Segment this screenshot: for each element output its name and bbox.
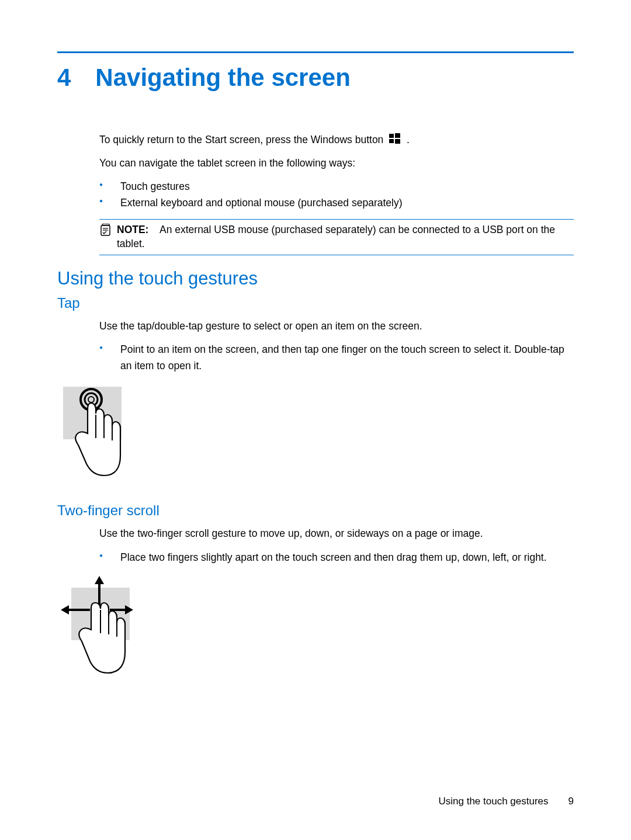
subsection-two-finger-scroll: Two-finger scroll bbox=[57, 502, 574, 519]
intro-p2: You can navigate the tablet screen in th… bbox=[99, 157, 574, 171]
scroll-bullet-wrap: Place two fingers slightly apart on the … bbox=[99, 549, 574, 565]
list-item: External keyboard and optional mouse (pu… bbox=[99, 195, 574, 211]
svg-rect-3 bbox=[395, 139, 400, 144]
footer-text: Using the touch gestures bbox=[438, 796, 548, 807]
svg-rect-1 bbox=[395, 133, 400, 138]
chapter-number: 4 bbox=[57, 64, 71, 92]
tap-illustration bbox=[57, 382, 574, 484]
page-footer: Using the touch gestures 9 bbox=[438, 796, 574, 807]
note-text: NOTE: An external USB mouse (purchased s… bbox=[117, 223, 574, 251]
section-using-touch-gestures: Using the touch gestures bbox=[57, 268, 574, 289]
windows-button-icon bbox=[389, 133, 401, 148]
list-item: Point to an item on the screen, and then… bbox=[99, 341, 574, 374]
svg-rect-0 bbox=[389, 134, 394, 138]
top-rule bbox=[57, 51, 574, 53]
tap-block: Use the tap/double-tap gesture to select… bbox=[99, 320, 574, 334]
note-block: NOTE: An external USB mouse (purchased s… bbox=[99, 219, 574, 255]
svg-marker-18 bbox=[61, 605, 69, 615]
list-item: Place two fingers slightly apart on the … bbox=[99, 549, 574, 565]
subsection-tap: Tap bbox=[57, 295, 574, 311]
note-label: NOTE: bbox=[117, 224, 148, 235]
tap-bullet-wrap: Point to an item on the screen, and then… bbox=[99, 341, 574, 374]
svg-marker-16 bbox=[95, 576, 104, 584]
footer-page-number: 9 bbox=[568, 796, 574, 807]
intro-p1: To quickly return to the Start screen, p… bbox=[99, 133, 574, 148]
svg-rect-2 bbox=[389, 139, 394, 143]
chapter-title: Navigating the screen bbox=[95, 64, 350, 92]
scroll-p1: Use the two-finger scroll gesture to mov… bbox=[99, 527, 574, 541]
intro-block: To quickly return to the Start screen, p… bbox=[99, 133, 574, 255]
intro-bullets: Touch gestures External keyboard and opt… bbox=[99, 178, 574, 211]
intro-p1-pre: To quickly return to the Start screen, p… bbox=[99, 134, 383, 145]
list-item: Touch gestures bbox=[99, 178, 574, 195]
note-body: An external USB mouse (purchased separat… bbox=[117, 224, 555, 249]
chapter-heading: 4 Navigating the screen bbox=[57, 64, 574, 92]
scroll-illustration bbox=[57, 574, 574, 681]
tap-p1: Use the tap/double-tap gesture to select… bbox=[99, 320, 574, 334]
intro-p1-post: . bbox=[407, 134, 410, 145]
note-icon bbox=[99, 224, 112, 251]
scroll-block: Use the two-finger scroll gesture to mov… bbox=[99, 527, 574, 541]
